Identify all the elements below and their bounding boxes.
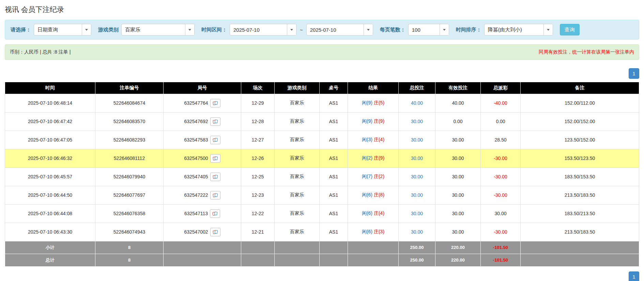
cell-total-bet: 30.00: [399, 167, 435, 186]
total-bet-link[interactable]: 30.00: [411, 156, 423, 161]
summary-cell: 8: [95, 241, 164, 254]
view-cards-button[interactable]: [210, 209, 220, 218]
view-cards-button[interactable]: [210, 228, 220, 236]
view-cards-button[interactable]: [210, 154, 220, 163]
cell-valid-bet: 30.00: [435, 223, 481, 241]
summary-cell: [320, 241, 348, 254]
cell-game: 百家乐: [275, 112, 320, 131]
time-sort-input[interactable]: [485, 24, 543, 35]
total-bet-link[interactable]: 30.00: [411, 174, 423, 179]
total-bet-link[interactable]: 30.00: [411, 229, 423, 235]
summary-cell: [320, 254, 348, 266]
cell-bet-id: 522646081112: [95, 149, 164, 167]
query-type-select[interactable]: [34, 24, 91, 35]
total-bet-link[interactable]: 30.00: [411, 192, 423, 198]
filter-bar: 请选择： 游戏类别 时间区间： ~: [5, 20, 639, 40]
cell-valid-bet: 30.00: [435, 167, 481, 186]
round-number: 632547222: [184, 192, 208, 198]
time-sort-label: 时间排序：: [456, 27, 481, 33]
view-cards-button[interactable]: [210, 173, 220, 181]
game-type-dropdown-button[interactable]: [185, 24, 194, 35]
column-header: 游戏类别: [275, 82, 320, 94]
cell-round: 632547113: [164, 204, 241, 223]
date-from-select[interactable]: [230, 24, 296, 35]
cell-note: 123.50/152.00: [521, 131, 639, 149]
summary-bar: 币别：人民币 | 总共 :8 注单 | 同局有效投注，统一计算在该局第一张注单内: [5, 44, 639, 60]
query-type-group: 请选择：: [11, 24, 91, 35]
chevron-down-icon: [188, 29, 191, 31]
cell-result: 闲(7) 庄(2): [348, 167, 399, 186]
cell-round: 632547500: [164, 149, 241, 167]
table-row: 2025-07-10 06:46:32 522646081112 6325475…: [5, 149, 639, 167]
cell-valid-bet: 30.00: [435, 131, 481, 149]
cell-result: 闲(6) 庄(4): [348, 204, 399, 223]
round-number: 632547500: [184, 156, 208, 161]
cell-result: 闲(6) 庄(8): [348, 186, 399, 204]
cell-session: 12-22: [241, 204, 275, 223]
query-type-input[interactable]: [34, 24, 82, 35]
date-from-input[interactable]: [230, 24, 287, 35]
summary-cell: [348, 254, 399, 266]
result-player: 闲(9): [362, 118, 372, 124]
column-header: 备注: [521, 82, 639, 94]
per-page-dropdown-button[interactable]: [440, 24, 449, 35]
game-type-input[interactable]: [122, 24, 185, 35]
cell-round: 632547692: [164, 112, 241, 131]
game-type-select[interactable]: [121, 24, 195, 35]
table-body: 2025-07-10 06:48:14 522646084674 6325477…: [5, 94, 639, 241]
table-footer: 小计8250.00220.00-101.50总计8250.00220.00-10…: [5, 241, 639, 266]
time-sort-select[interactable]: [484, 24, 553, 35]
per-page-group: 每页笔数：: [380, 24, 449, 35]
total-bet-link[interactable]: 40.00: [411, 100, 423, 106]
per-page-select[interactable]: [408, 24, 449, 35]
summary-cell: -101.50: [481, 241, 521, 254]
total-bet-link[interactable]: 30.00: [411, 137, 423, 143]
date-from-dropdown-button[interactable]: [287, 24, 296, 35]
cell-table: AS1: [320, 112, 348, 131]
table-row: 2025-07-10 06:45:57 522646079940 6325474…: [5, 167, 639, 186]
cards-icon: [213, 138, 218, 142]
per-page-input[interactable]: [409, 24, 440, 35]
total-bet-link[interactable]: 30.00: [411, 119, 423, 124]
cell-bet-id: 522646074943: [95, 223, 164, 241]
query-type-dropdown-button[interactable]: [82, 24, 91, 35]
cell-payout: 30.00: [481, 204, 521, 223]
view-cards-button[interactable]: [210, 191, 220, 199]
date-to-select[interactable]: [306, 24, 373, 35]
cell-bet-id: 522646084674: [95, 94, 164, 112]
cell-table: AS1: [320, 223, 348, 241]
summary-cell: [348, 241, 399, 254]
total-bet-link[interactable]: 30.00: [411, 211, 423, 216]
date-to-dropdown-button[interactable]: [364, 24, 373, 35]
table-header: 时间注单编号局号场次游戏类别桌号结果总投注有效投注总派彩备注: [5, 82, 639, 94]
cell-result: 闲(3) 庄(4): [348, 131, 399, 149]
cell-table: AS1: [320, 94, 348, 112]
column-header: 桌号: [320, 82, 348, 94]
table-row: 2025-07-10 06:47:42 522646083570 6325476…: [5, 112, 639, 131]
cards-icon: [213, 175, 218, 179]
cell-round: 632547764: [164, 94, 241, 112]
cell-valid-bet: 0.00: [435, 112, 481, 131]
cell-note: 153.50/123.50: [521, 149, 639, 167]
cell-bet-id: 522646083570: [95, 112, 164, 131]
cell-total-bet: 30.00: [399, 149, 435, 167]
result-banker: 庄(3): [374, 229, 384, 234]
result-banker: 庄(9): [374, 155, 384, 161]
page-1-button[interactable]: 1: [629, 68, 639, 79]
cell-session: 12-27: [241, 131, 275, 149]
date-to-input[interactable]: [307, 24, 364, 35]
cell-payout: -40.00: [481, 94, 521, 112]
page-1-button-bottom[interactable]: 1: [629, 271, 639, 281]
cell-result: 闲(6) 庄(3): [348, 223, 399, 241]
time-sort-dropdown-button[interactable]: [543, 24, 553, 35]
cards-icon: [213, 193, 218, 197]
view-cards-button[interactable]: [210, 136, 220, 144]
column-header: 场次: [241, 82, 275, 94]
summary-label: 小计: [5, 241, 95, 254]
cell-time: 2025-07-10 06:44:08: [5, 204, 95, 223]
view-cards-button[interactable]: [210, 99, 220, 107]
search-button[interactable]: 查询: [560, 24, 580, 35]
view-cards-button[interactable]: [210, 117, 220, 126]
summary-cell: [275, 241, 320, 254]
result-banker: 庄(9): [374, 118, 384, 124]
